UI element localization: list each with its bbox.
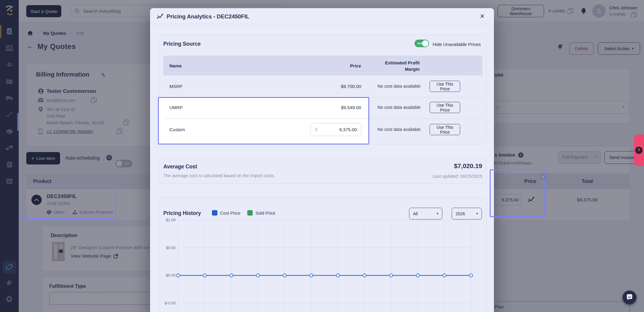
row-divider (163, 97, 482, 97)
close-icon[interactable]: × (480, 12, 485, 21)
feedback-tab[interactable]: ? (634, 135, 644, 166)
custom-price-input[interactable] (324, 125, 357, 134)
average-cost-value: $7,020.19 (392, 162, 482, 170)
legend-cost-price-label: Cost Price (220, 211, 240, 216)
use-msrp-price-button[interactable]: Use This Price (430, 81, 460, 92)
row-umrp-margin: No cost data available (361, 105, 421, 110)
svg-text:$1.00: $1.00 (166, 218, 176, 222)
currency-symbol: $ (315, 127, 317, 132)
row-msrp-margin: No cost data available (361, 84, 421, 89)
app-window: $ (0, 0, 644, 312)
highlighted-rows-bg (159, 98, 369, 144)
chevron-down-icon: ▾ (476, 212, 478, 216)
svg-text:$0.50: $0.50 (166, 245, 176, 250)
modal-title: Pricing Analytics - DEC2450FIL (167, 13, 249, 20)
row-umrp-name: UMRP (169, 105, 183, 110)
pricing-history-chart: $1.00$0.50$0.00$-0.50 (163, 216, 483, 312)
average-cost-updated: Last updated: 08/25/2025 (392, 174, 482, 179)
modal-title-icon (157, 13, 164, 20)
row-custom-margin: No cost data available (361, 127, 421, 132)
hide-unavailable-toggle[interactable]: YES (415, 40, 429, 47)
pricing-history-heading: Pricing History (163, 210, 201, 216)
legend-sold-price-label: Sold Price (255, 211, 275, 216)
pricing-source-heading: Pricing Source (163, 41, 201, 47)
help-icon: ? (635, 147, 642, 154)
legend-cost-price-swatch (212, 210, 217, 216)
row-msrp-name: MSRP (169, 84, 182, 89)
row-msrp-price: $9,700.00 (316, 84, 361, 89)
row-divider (163, 119, 482, 119)
col-header-price: Price (316, 63, 361, 68)
average-cost-heading: Average Cost (163, 164, 197, 170)
chat-launcher-button[interactable] (623, 291, 636, 304)
col-header-margin: Estimated Profit Margin (364, 60, 420, 72)
col-header-name: Name (169, 63, 182, 68)
chevron-down-icon: ▾ (437, 212, 438, 216)
chat-bubble-icon (626, 294, 633, 301)
svg-text:$0.00: $0.00 (166, 273, 176, 278)
average-cost-description: The average cost is calculated based on … (163, 173, 275, 178)
row-custom-name: Custom (169, 127, 185, 132)
svg-text:$-0.50: $-0.50 (165, 301, 176, 305)
use-umrp-price-button[interactable]: Use This Price (430, 102, 460, 113)
hide-unavailable-label: Hide Unavailable Prices (433, 42, 481, 47)
row-umrp-price: $9,549.00 (316, 105, 361, 110)
legend-sold-price-swatch (247, 210, 253, 216)
use-custom-price-button[interactable]: Use This Price (430, 124, 460, 135)
custom-price-input-wrap: $ (310, 123, 361, 136)
pricing-analytics-modal: Pricing Analytics - DEC2450FIL × Pricing… (150, 8, 494, 312)
